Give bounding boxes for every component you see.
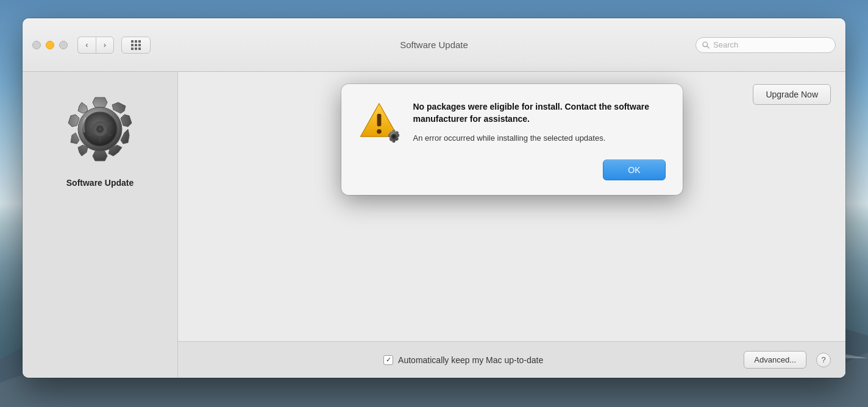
traffic-lights: [32, 41, 68, 49]
modal-icon-container: [358, 101, 402, 145]
window-content: Software Update Upgrade Now ✓ Automatica…: [23, 72, 845, 378]
modal-overlay: No packages were eligible for install. C…: [178, 72, 845, 378]
modal-body: No packages were eligible for install. C…: [358, 101, 666, 145]
sidebar: Software Update: [23, 72, 178, 378]
software-update-window: ‹ › Software Update Search: [23, 18, 845, 378]
svg-line-1: [707, 46, 709, 48]
modal-description: An error occurred while installing the s…: [413, 132, 666, 144]
svg-point-14: [392, 135, 394, 138]
svg-point-11: [377, 129, 382, 134]
gear-overlay-icon: [385, 128, 402, 145]
nav-buttons: ‹ ›: [77, 37, 114, 54]
modal-dialog: No packages were eligible for install. C…: [341, 84, 683, 195]
grid-dots-icon: [131, 40, 141, 50]
search-placeholder: Search: [713, 40, 738, 49]
window-title: Software Update: [400, 40, 468, 50]
modal-footer: OK: [358, 160, 666, 180]
titlebar: ‹ › Software Update Search: [23, 18, 845, 72]
minimize-button[interactable]: [46, 41, 54, 49]
maximize-button[interactable]: [59, 41, 68, 49]
back-button[interactable]: ‹: [77, 37, 96, 54]
grid-view-button[interactable]: [121, 37, 151, 54]
close-button[interactable]: [32, 41, 41, 49]
ok-button[interactable]: OK: [603, 160, 665, 180]
software-update-icon: [61, 90, 139, 168]
main-content: Upgrade Now ✓ Automatically keep my Mac …: [178, 72, 845, 378]
modal-text: No packages were eligible for install. C…: [413, 101, 666, 145]
modal-title: No packages were eligible for install. C…: [413, 101, 666, 125]
forward-button[interactable]: ›: [96, 37, 114, 54]
svg-rect-10: [377, 114, 381, 126]
sidebar-label: Software Update: [66, 178, 133, 188]
search-box[interactable]: Search: [695, 37, 836, 53]
search-icon: [702, 41, 710, 49]
